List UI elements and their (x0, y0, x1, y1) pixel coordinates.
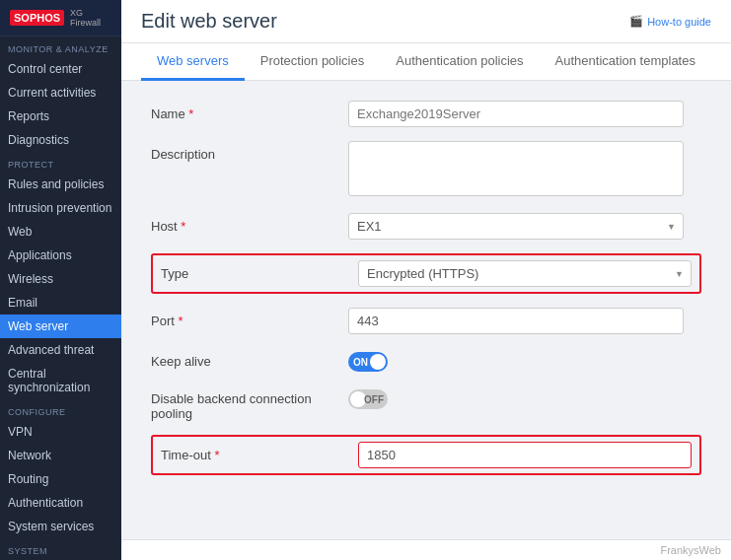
tab-authentication-policies[interactable]: Authentication policies (380, 43, 539, 81)
disable-backend-label: Disable backend connection pooling (151, 385, 348, 421)
description-textarea[interactable] (348, 141, 684, 196)
port-input[interactable] (348, 308, 684, 334)
timeout-control (358, 442, 692, 468)
keep-alive-row: Keep alive ON (151, 348, 701, 372)
name-label: Name * (151, 101, 348, 121)
video-icon: 🎬 (629, 15, 643, 28)
port-row: Port * (151, 308, 701, 334)
type-control: Encrypted (HTTPS) Plain (HTTP) (358, 260, 692, 287)
description-control (348, 141, 684, 199)
host-select[interactable]: EX1 (348, 213, 684, 240)
main-header: Edit web server 🎬 How-to guide (121, 0, 731, 43)
main-panel: Edit web server 🎬 How-to guide Web serve… (121, 0, 731, 560)
sidebar-item-system-services[interactable]: System services (0, 515, 121, 538)
timeout-highlighted-row: Time-out * (151, 435, 701, 475)
watermark-text: FrankysWeb (660, 544, 721, 556)
type-label: Type (161, 260, 358, 281)
sidebar-item-control-center[interactable]: Control center (0, 57, 121, 81)
brand-name: SOPHOS (10, 10, 64, 26)
sidebar-item-routing[interactable]: Routing (0, 467, 121, 491)
host-row: Host * EX1 (151, 213, 701, 240)
sidebar-item-rules-policies[interactable]: Rules and policies (0, 173, 121, 196)
sidebar-item-wireless[interactable]: Wireless (0, 267, 121, 291)
disable-backend-toggle[interactable]: OFF (348, 389, 388, 409)
product-name: XG Firewall (70, 8, 111, 28)
port-control (348, 308, 684, 334)
how-to-guide-link[interactable]: 🎬 How-to guide (629, 15, 711, 28)
sidebar-item-applications[interactable]: Applications (0, 244, 121, 267)
name-row: Name * (151, 101, 701, 127)
sidebar-item-central-sync[interactable]: Central synchronization (0, 362, 121, 399)
section-label-configure: Configure (0, 399, 121, 420)
timeout-row: Time-out * (161, 442, 692, 468)
sidebar-item-advanced-threat[interactable]: Advanced threat (0, 338, 121, 362)
keep-alive-state-label: ON (353, 357, 368, 368)
name-input[interactable] (348, 101, 684, 127)
tabs-bar: Web servers Protection policies Authenti… (121, 43, 731, 81)
disable-backend-state-label: OFF (364, 394, 384, 405)
description-label: Description (151, 141, 348, 162)
sidebar-item-reports[interactable]: Reports (0, 105, 121, 128)
port-label: Port * (151, 308, 348, 328)
type-row: Type Encrypted (HTTPS) Plain (HTTP) (161, 260, 692, 287)
sidebar-item-authentication[interactable]: Authentication (0, 491, 121, 515)
section-label-protect: Protect (0, 152, 121, 173)
disable-backend-toggle-wrap: OFF (348, 385, 388, 409)
section-label-system: System (0, 538, 121, 559)
keep-alive-label: Keep alive (151, 348, 348, 369)
keep-alive-toggle-wrap: ON (348, 348, 388, 372)
host-control: EX1 (348, 213, 684, 240)
sidebar-item-network[interactable]: Network (0, 444, 121, 467)
timeout-input[interactable] (358, 442, 692, 468)
sidebar: SOPHOS XG Firewall Monitor & Analyze Con… (0, 0, 121, 560)
tab-authentication-templates[interactable]: Authentication templates (540, 43, 711, 81)
sidebar-item-vpn[interactable]: VPN (0, 420, 121, 444)
keep-alive-knob (370, 354, 386, 370)
tab-protection-policies[interactable]: Protection policies (245, 43, 381, 81)
timeout-label: Time-out * (161, 442, 358, 462)
sidebar-item-current-activities[interactable]: Current activities (0, 81, 121, 105)
description-row: Description (151, 141, 701, 199)
sidebar-item-web[interactable]: Web (0, 220, 121, 244)
disable-backend-row: Disable backend connection pooling OFF (151, 385, 701, 421)
sidebar-item-email[interactable]: Email (0, 291, 121, 315)
type-highlighted-row: Type Encrypted (HTTPS) Plain (HTTP) (151, 253, 701, 294)
name-control (348, 101, 684, 127)
how-to-guide-label: How-to guide (647, 16, 711, 28)
page-title: Edit web server (141, 10, 277, 33)
tab-web-servers[interactable]: Web servers (141, 43, 245, 81)
sidebar-item-intrusion-prevention[interactable]: Intrusion prevention (0, 196, 121, 220)
name-required: * (188, 106, 193, 121)
sidebar-item-web-server[interactable]: Web server (0, 315, 121, 338)
keep-alive-toggle[interactable]: ON (348, 352, 388, 372)
form-area: Name * Description Host * EX1 (121, 81, 731, 539)
footer: FrankysWeb (121, 539, 731, 560)
host-label: Host * (151, 213, 348, 234)
sidebar-item-diagnostics[interactable]: Diagnostics (0, 128, 121, 152)
sidebar-logo: SOPHOS XG Firewall (0, 0, 121, 36)
type-select[interactable]: Encrypted (HTTPS) Plain (HTTP) (358, 260, 692, 287)
section-label-monitor: Monitor & Analyze (0, 36, 121, 57)
